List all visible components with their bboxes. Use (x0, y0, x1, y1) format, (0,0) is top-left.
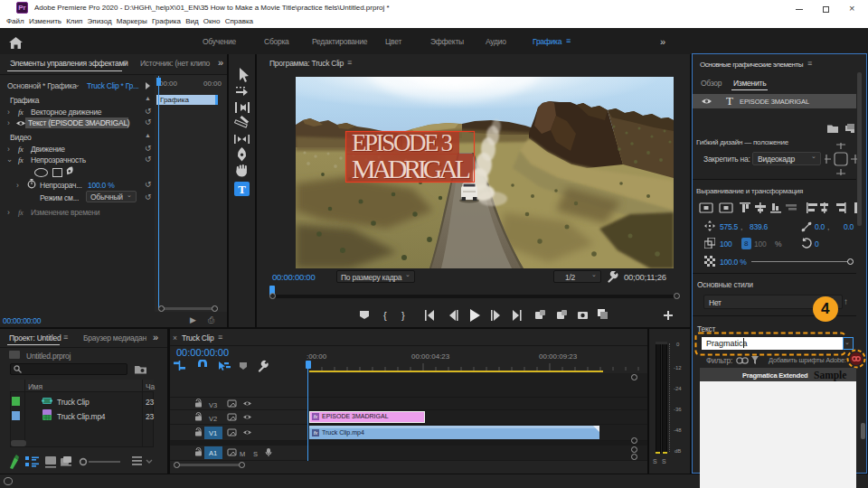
svg-text:}: } (401, 310, 405, 321)
svg-text:V3: V3 (209, 401, 217, 409)
svg-text:V2: V2 (209, 415, 217, 423)
svg-text:{: { (383, 310, 387, 321)
svg-text:EPISODE 3: EPISODE 3 (352, 129, 453, 156)
svg-text:M: M (240, 450, 245, 458)
svg-text:V1: V1 (209, 429, 217, 437)
svg-text:T: T (238, 183, 246, 196)
svg-text:MADRIGAL: MADRIGAL (352, 154, 471, 183)
svg-text:A1: A1 (209, 449, 217, 457)
svg-text:S: S (253, 450, 258, 458)
